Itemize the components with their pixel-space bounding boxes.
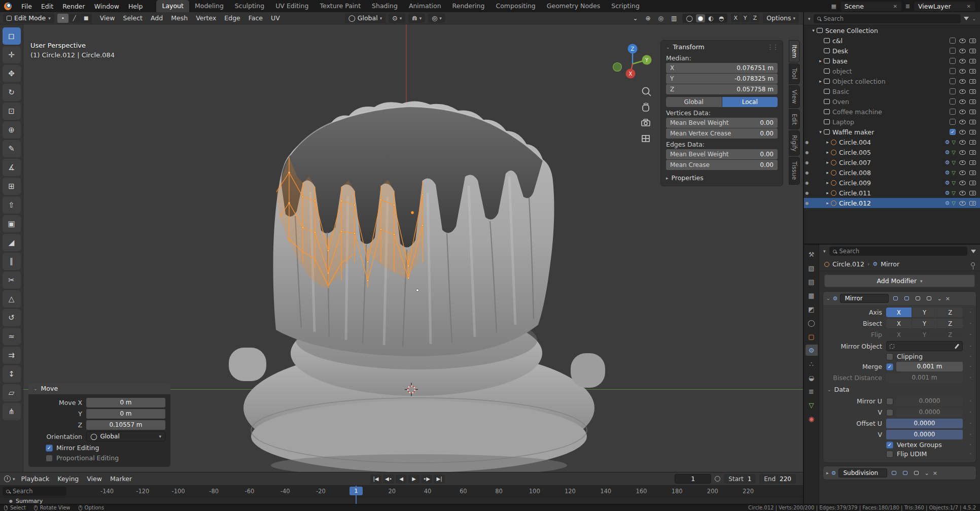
visibility-eye-icon[interactable] — [959, 171, 966, 175]
properties-tab-render[interactable]: ▧ — [806, 262, 818, 274]
properties-tab-viewlayer[interactable]: ▦ — [806, 290, 818, 301]
animate-dot-icon[interactable]: · — [967, 420, 974, 427]
properties-tab-particles[interactable]: ∴ — [806, 358, 818, 369]
scene-selector[interactable]: Scene ✕ — [841, 2, 901, 11]
rotate-tool[interactable]: ↻ — [3, 84, 21, 101]
visibility-eye-icon[interactable] — [959, 150, 966, 155]
render-visibility-icon[interactable] — [969, 110, 976, 114]
sidebar-tab[interactable]: Rigify — [789, 130, 800, 156]
outliner-row[interactable]: ● Laptop ⚙ ▽ — [804, 117, 980, 127]
mirror-axis-button[interactable]: X — [731, 14, 740, 22]
display-realtime-toggle[interactable] — [902, 295, 911, 302]
median-y-field[interactable]: Y-0.078325 m — [666, 74, 778, 84]
visibility-eye-icon[interactable] — [959, 191, 966, 195]
workspace-tab[interactable]: Geometry Nodes — [541, 0, 606, 12]
render-visibility-icon[interactable] — [969, 99, 976, 104]
orientation-dropdown[interactable]: ◯ Global ▾ — [86, 431, 165, 441]
flip-udim-checkbox[interactable] — [886, 451, 893, 458]
outliner-row[interactable]: ● ▸ Circle.007 ⚙ ▽ — [804, 157, 980, 167]
move-panel-header[interactable]: ⌄ Move — [28, 383, 170, 394]
mode-dropdown[interactable]: Edit Mode ▾ — [3, 13, 54, 23]
median-z-field[interactable]: Z0.057758 m — [666, 84, 778, 94]
modifier-wrench-icon[interactable]: ⚙ — [944, 190, 950, 196]
pin-icon[interactable] — [971, 262, 975, 266]
sidebar-tab[interactable]: Item — [789, 40, 800, 62]
selectability-dropdown[interactable]: ⌄ — [631, 14, 640, 22]
properties-search-input[interactable]: Search — [829, 247, 967, 256]
expand-arrow-icon[interactable]: ▾ — [817, 129, 824, 134]
visibility-eye-icon[interactable] — [959, 99, 966, 104]
wireframe-shading-icon[interactable]: ◯ — [684, 14, 694, 22]
smooth-tool[interactable]: ≈ — [3, 328, 21, 345]
collapse-arrow-icon[interactable]: ⌄ — [666, 45, 670, 50]
viewport-menu-item[interactable]: Vertex — [192, 13, 220, 23]
add-modifier-button[interactable]: Add Modifier ▾ — [824, 275, 975, 287]
animate-dot-icon[interactable]: · — [967, 450, 974, 458]
render-visibility-icon[interactable] — [969, 89, 976, 94]
render-visibility-icon[interactable] — [969, 140, 976, 145]
topbar-menu-item[interactable]: Help — [124, 1, 148, 12]
render-visibility-icon[interactable] — [969, 59, 976, 63]
viewport-menu-item[interactable]: Select — [119, 13, 147, 23]
modifier-name-field[interactable]: Subdivision — [838, 468, 887, 478]
animate-dot-icon[interactable]: · — [967, 397, 974, 405]
visibility-eye-icon[interactable] — [959, 160, 966, 165]
show-gizmo-icon[interactable]: ⊕ — [643, 14, 652, 22]
collection-checkbox[interactable] — [950, 38, 956, 44]
auto-keying-icon[interactable] — [715, 476, 720, 482]
viewport-menu-item[interactable]: Mesh — [167, 13, 192, 23]
rendered-shading-icon[interactable]: ◓ — [717, 14, 726, 22]
jump-to-end-button[interactable]: ▶| — [434, 474, 445, 484]
mesh-data-icon[interactable]: ▽ — [952, 200, 956, 206]
mirror-editing-checkbox[interactable] — [46, 445, 53, 452]
frame-end-field[interactable]: End220 — [759, 474, 796, 484]
animate-dot-icon[interactable]: · — [967, 343, 974, 350]
collection-checkbox[interactable] — [950, 119, 956, 125]
proportional-editing-checkbox[interactable] — [46, 455, 53, 462]
show-overlays-icon[interactable]: ◎ — [656, 14, 666, 22]
add-cube-tool[interactable]: ⊞ — [3, 178, 21, 195]
timeline-menu-item[interactable]: Keying — [53, 473, 83, 484]
modifier-wrench-icon[interactable]: ⚙ — [944, 169, 950, 176]
flip-toggle-button[interactable]: Z — [937, 330, 963, 339]
filter-icon[interactable] — [964, 17, 969, 20]
animate-dot-icon[interactable]: · — [967, 374, 974, 382]
spin-tool[interactable]: ↺ — [3, 309, 21, 326]
mirror-v-field[interactable]: 0.0000 — [896, 407, 963, 417]
mirror-object-field[interactable] — [886, 341, 963, 351]
xray-toggle-icon[interactable]: ▥ — [669, 14, 679, 22]
bisect-distance-field[interactable]: 0.001 m — [886, 373, 963, 383]
snapping-dropdown[interactable]: ⋒▾ — [408, 13, 425, 23]
viewport-menu-item[interactable]: UV — [267, 13, 284, 23]
poly-build-tool[interactable]: △ — [3, 290, 21, 308]
mesh-data-icon[interactable]: ▽ — [952, 140, 956, 145]
mirror-u-checkbox[interactable] — [886, 398, 893, 405]
render-visibility-icon[interactable] — [969, 39, 976, 43]
play-reverse-button[interactable]: ◀ — [396, 474, 407, 484]
collapse-arrow-icon[interactable]: ⌄ — [826, 296, 830, 301]
properties-tab-scene[interactable]: ◩ — [806, 303, 818, 315]
edge-select-mode-button[interactable]: ╱ — [69, 14, 80, 23]
summary-channel[interactable]: ● Summary — [0, 497, 803, 504]
animate-dot-icon[interactable]: · — [967, 331, 974, 338]
frame-start-field[interactable]: Start1 — [724, 474, 756, 484]
knife-tool[interactable]: ✂ — [3, 271, 21, 289]
next-keyframe-button[interactable]: ∙▶ — [421, 474, 432, 484]
filter-icon[interactable] — [971, 250, 976, 253]
outliner-row[interactable]: ● Desk ⚙ ▽ — [804, 46, 980, 56]
visibility-eye-icon[interactable] — [959, 110, 966, 114]
properties-tab-constraints[interactable]: ≣ — [806, 386, 818, 397]
viewport-menu-item[interactable]: View — [96, 13, 119, 23]
expand-arrow-icon[interactable]: ▸ — [824, 160, 831, 165]
properties-tab-material[interactable]: ◉ — [806, 413, 818, 424]
breadcrumb-object[interactable]: Circle.012 — [832, 260, 864, 268]
render-visibility-icon[interactable] — [969, 181, 976, 185]
expand-arrow-icon[interactable]: ▸ — [824, 180, 831, 185]
visibility-eye-icon[interactable] — [959, 49, 966, 53]
workspace-tab[interactable]: Compositing — [490, 0, 541, 12]
viewport-3d[interactable]: Z Y X — [23, 24, 803, 472]
data-subpanel-header[interactable]: ⌄ Data — [823, 384, 974, 395]
transform-orientation-dropdown[interactable]: ◯ Global ▾ — [345, 13, 386, 23]
render-visibility-icon[interactable] — [969, 160, 976, 165]
modifier-delete-icon[interactable]: × — [933, 470, 937, 476]
